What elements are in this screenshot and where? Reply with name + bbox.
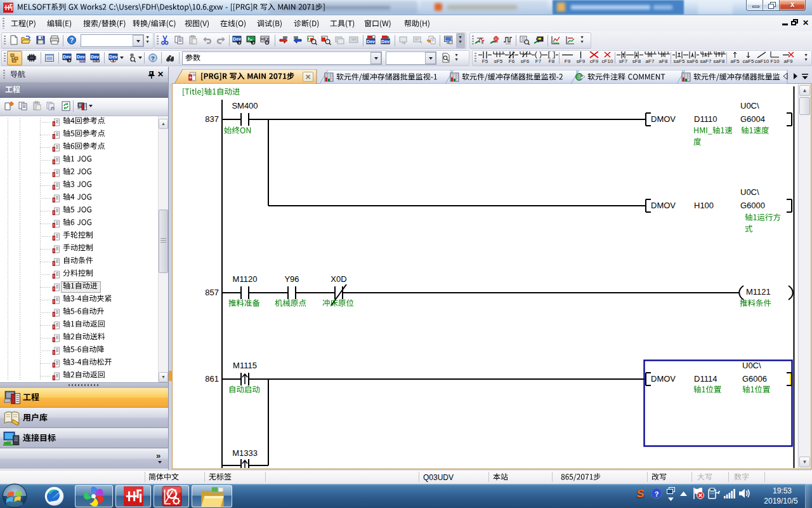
svg-text:?: ? — [655, 490, 659, 498]
